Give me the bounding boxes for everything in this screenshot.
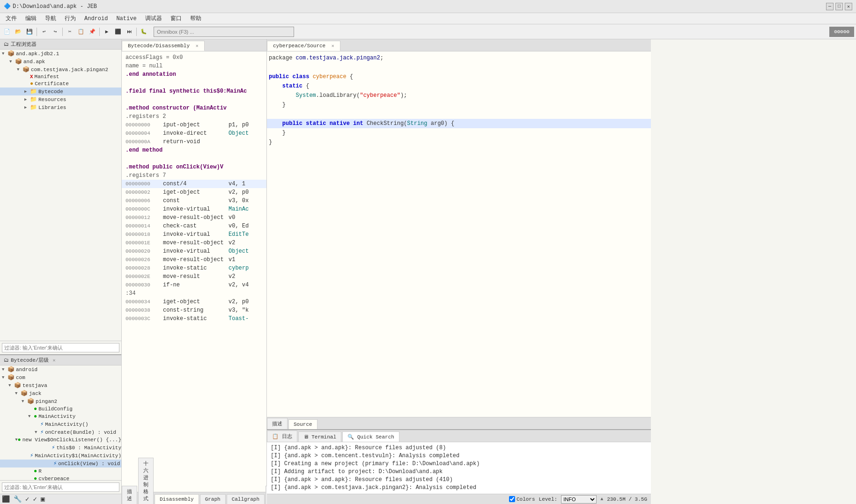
console-line: [I] Creating a new project (primary file… bbox=[271, 460, 647, 468]
tab-quicksearch[interactable]: 🔍 Quick Search bbox=[342, 431, 399, 442]
project-tree-item[interactable]: ▶📁Resources bbox=[0, 95, 121, 103]
bytecode-tree-item[interactable]: ⚡MainActivity() bbox=[0, 420, 121, 428]
toolbar-open[interactable]: 📂 bbox=[13, 27, 23, 37]
colors-checkbox[interactable] bbox=[509, 496, 515, 502]
code-line bbox=[122, 79, 266, 87]
toolbar-run[interactable]: ▶ bbox=[102, 27, 112, 37]
level-select[interactable]: INFO VERBOSE DEBUG WARNING ERROR bbox=[561, 495, 597, 504]
bytecode-filter-input[interactable] bbox=[2, 482, 119, 492]
menu-action[interactable]: 行为 bbox=[61, 14, 80, 23]
code-line: 0000000Cinvoke-virtualMainAc bbox=[122, 205, 266, 213]
bytecode-level-panel: 🗂 Bytecode/层级 ✕ ▼📦android▼📦com▼📦testjava… bbox=[0, 354, 121, 504]
bytecode-tree-item[interactable]: ▼●new View$OnClickListener() {...} bbox=[0, 436, 121, 444]
project-icon: 🗂 bbox=[4, 41, 9, 47]
bytecode-tree-item[interactable]: ●cyberpeace bbox=[0, 475, 121, 480]
bytecode-tree-item[interactable]: ⚡this$0 : MainActivity bbox=[0, 444, 121, 452]
bytecode-tree-item[interactable]: ●BuildConfig bbox=[0, 405, 121, 413]
menu-nav[interactable]: 导航 bbox=[41, 14, 60, 23]
toolbar-copy[interactable]: 📋 bbox=[76, 27, 86, 37]
bytecode-tool4[interactable]: ✓ bbox=[33, 495, 37, 503]
tab-disassembly[interactable]: Disassembly bbox=[155, 494, 199, 504]
bytecode-tree-item[interactable]: ▼📦pingan2 bbox=[0, 397, 121, 405]
bytecode-filter-bar bbox=[0, 480, 121, 494]
bytecode-tree-item[interactable]: ▼📦com bbox=[0, 373, 121, 381]
bytecode-panel-label: Bytecode/层级 bbox=[11, 357, 49, 364]
console-line: [I] {and.apk > com.testjava.jack.pingan2… bbox=[271, 484, 647, 492]
bytecode-panel-close[interactable]: ✕ bbox=[52, 358, 55, 363]
project-tree-item[interactable]: ▼📦com.testjava.jack.pingan2 bbox=[0, 66, 121, 73]
disassembly-tab-close[interactable]: ✕ bbox=[196, 44, 199, 49]
project-tree-item[interactable]: ▶📁Bytecode bbox=[0, 88, 121, 95]
toolbar-redo[interactable]: ↪ bbox=[50, 27, 60, 37]
toolbar-sep4 bbox=[136, 28, 137, 36]
project-filter-input[interactable] bbox=[2, 343, 119, 352]
source-tab-desc[interactable]: 描述 bbox=[267, 418, 288, 429]
project-tree-item[interactable]: XManifest bbox=[0, 73, 121, 80]
bytecode-tree-item[interactable]: ⚡MainActivity$1(MainActivity) bbox=[0, 452, 121, 460]
bytecode-tree-item[interactable]: ▼📦android bbox=[0, 365, 121, 373]
disassembly-tab[interactable]: Bytecode/Disassembly ✕ bbox=[122, 41, 205, 51]
bytecode-tree-item[interactable]: ▼📦jack bbox=[0, 389, 121, 397]
toolbar-debug[interactable]: 🐛 bbox=[139, 27, 149, 37]
source-tab[interactable]: cyberpeace/Source ✕ bbox=[267, 41, 340, 51]
code-line: .field final synthetic this$0:MainAc bbox=[122, 87, 266, 95]
source-bottom-tabs: 描述 Source bbox=[267, 417, 651, 429]
toolbar-step[interactable]: ⏭ bbox=[124, 27, 134, 37]
menu-file[interactable]: 文件 bbox=[2, 14, 21, 23]
menu-edit[interactable]: 编辑 bbox=[22, 14, 40, 23]
menu-bar: 文件 编辑 导航 行为 Android Native 调试器 窗口 帮助 bbox=[0, 13, 856, 24]
bytecode-tool5[interactable]: ▣ bbox=[41, 495, 44, 503]
tab-log[interactable]: 📋 日志 bbox=[267, 431, 297, 442]
tab-hex[interactable]: 十六进制格式 bbox=[138, 458, 154, 504]
disassembly-code: accessFlags = 0x0 name = null.end annota… bbox=[122, 51, 266, 492]
menu-window[interactable]: 窗口 bbox=[167, 14, 185, 23]
bytecode-tree-item[interactable]: ▼📦testjava bbox=[0, 381, 121, 389]
tab-terminal[interactable]: 🖥 Terminal bbox=[298, 431, 341, 442]
toolbar-save[interactable]: 💾 bbox=[24, 27, 35, 37]
toolbar-new[interactable]: 📄 bbox=[2, 27, 12, 37]
code-line: 0000003Cinvoke-staticToast- bbox=[122, 314, 266, 323]
bytecode-tool1[interactable]: ⬛ bbox=[2, 495, 10, 503]
console-line: [I] {and.apk > com.tencent.testvuln}: An… bbox=[271, 452, 647, 460]
menu-debugger[interactable]: 调试器 bbox=[141, 14, 166, 23]
bytecode-panel-header[interactable]: 🗂 Bytecode/层级 ✕ bbox=[0, 355, 121, 365]
minimize-button[interactable]: — bbox=[826, 3, 834, 10]
source-tab-src[interactable]: Source bbox=[288, 419, 317, 429]
code-line: 00000000const/4v4, 1 bbox=[122, 180, 266, 188]
toolbar-cut[interactable]: ✂ bbox=[65, 27, 75, 37]
project-explorer-header[interactable]: 🗂 工程浏览器 bbox=[0, 39, 121, 50]
bytecode-tool3[interactable]: ✓ bbox=[25, 495, 29, 503]
bytecode-tree-item[interactable]: ▼⚡onCreate(Bundle) : void bbox=[0, 428, 121, 436]
source-tab-close[interactable]: ✕ bbox=[332, 44, 334, 49]
source-tab-bar: cyberpeace/Source ✕ bbox=[267, 39, 651, 51]
code-line bbox=[122, 95, 266, 104]
bytecode-tree-item[interactable]: ▼●MainActivity bbox=[0, 413, 121, 420]
project-tree-item[interactable]: ▼📦and.apk bbox=[0, 58, 121, 66]
project-tree-item[interactable]: ▼📦and.apk.jdb2.1 bbox=[0, 50, 121, 58]
project-tree-item[interactable]: ▶📁Libraries bbox=[0, 103, 121, 111]
maximize-button[interactable]: □ bbox=[835, 3, 843, 10]
code-line: :34 bbox=[122, 289, 266, 298]
console-tabs: 📋 日志 🖥 Terminal 🔍 Quick Search bbox=[267, 430, 651, 442]
omnibox-input[interactable] bbox=[154, 27, 294, 37]
tab-graph[interactable]: Graph bbox=[200, 494, 226, 504]
bytecode-tool2[interactable]: 🔧 bbox=[14, 495, 22, 503]
tab-desc[interactable]: 描述 bbox=[122, 486, 137, 504]
tab-callgraph[interactable]: Callgraph bbox=[227, 494, 265, 504]
toolbar-undo[interactable]: ↩ bbox=[39, 27, 49, 37]
source-line: public static native int CheckString(Str… bbox=[267, 119, 651, 128]
close-button[interactable]: ✕ bbox=[845, 3, 852, 10]
project-tree-item[interactable]: ●Certificate bbox=[0, 80, 121, 88]
expand-icon[interactable]: ▲ bbox=[600, 497, 603, 502]
toolbar-paste[interactable]: 📌 bbox=[87, 27, 97, 37]
bytecode-tree-item[interactable]: ⚡onClick(View) : void bbox=[0, 460, 121, 467]
bytecode-tree-item[interactable]: ●R bbox=[0, 467, 121, 475]
menu-help[interactable]: 帮助 bbox=[186, 14, 205, 23]
menu-native[interactable]: Native bbox=[112, 15, 140, 23]
console-line: [I] {and.apk > and.apk}: Resource files … bbox=[271, 444, 647, 452]
code-line: 00000004invoke-directObject bbox=[122, 129, 266, 138]
code-line: 00000026move-result-objectv1 bbox=[122, 256, 266, 264]
menu-android[interactable]: Android bbox=[81, 15, 111, 23]
toolbar-stop[interactable]: ⬛ bbox=[113, 27, 123, 37]
code-line: 00000006constv3, 0x bbox=[122, 197, 266, 205]
